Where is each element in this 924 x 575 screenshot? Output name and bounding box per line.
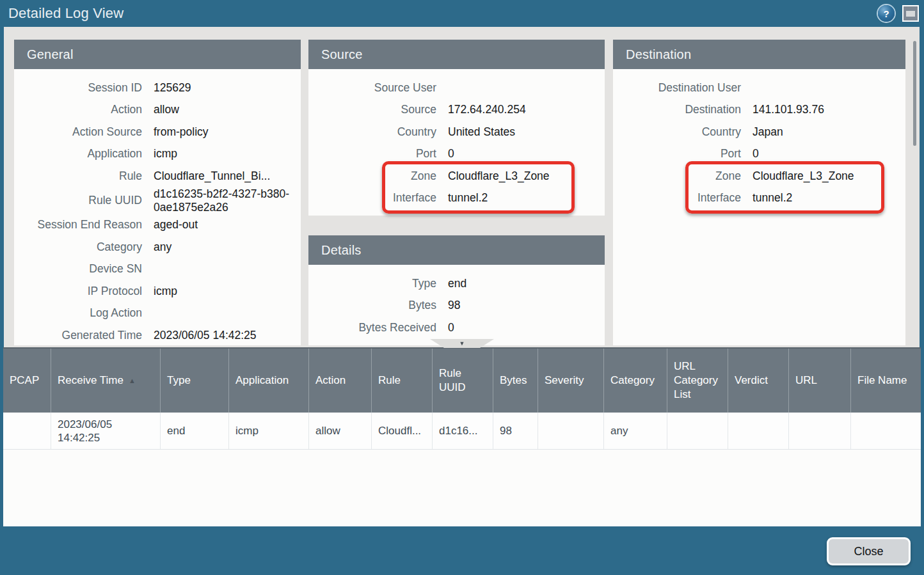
field-value: 0 <box>753 147 905 161</box>
column-header-label: PCAP <box>10 374 39 388</box>
table-cell <box>789 413 851 449</box>
field-row: Bytes Received0 <box>308 317 605 339</box>
field-label: IP Protocol <box>14 285 142 298</box>
column-header-rule-uuid[interactable]: Rule UUID <box>433 349 493 413</box>
field-row: Applicationicmp <box>14 143 301 166</box>
column-header-application[interactable]: Application <box>229 349 309 413</box>
column-header-category[interactable]: Category <box>604 349 667 413</box>
column-header-label: Rule UUID <box>439 366 489 395</box>
field-value: 98 <box>448 299 605 312</box>
column-header-pcap[interactable]: PCAP <box>3 349 51 413</box>
window-icon-pane <box>906 11 915 17</box>
field-label: Log Action <box>14 306 142 320</box>
column-header-action[interactable]: Action <box>309 349 372 413</box>
field-label: Zone <box>308 169 436 183</box>
field-row: Interfacetunnel.2 <box>613 187 905 210</box>
field-row: Interfacetunnel.2 <box>308 187 605 210</box>
close-button[interactable]: Close <box>827 537 911 565</box>
field-row: Rule UUIDd1c16235-b2f2-4327-b380-0ae1875… <box>14 187 301 214</box>
field-row: Source172.64.240.254 <box>308 99 605 122</box>
field-label: Rule UUID <box>14 194 142 207</box>
field-label: Country <box>613 125 741 139</box>
field-row: CountryJapan <box>613 121 905 143</box>
table-row[interactable]: 2023/06/05 14:42:25endicmpallowCloudfl..… <box>3 413 921 450</box>
column-header-label: Type <box>167 374 191 388</box>
field-value: 2023/06/05 14:42:25 <box>154 329 301 342</box>
column-header-receive-time[interactable]: Receive Time▲ <box>51 349 161 413</box>
field-label: Session ID <box>14 81 142 95</box>
field-label: Port <box>613 147 741 161</box>
column-header-rule[interactable]: Rule <box>372 349 433 413</box>
panel-general-body: Session ID125629ActionallowAction Source… <box>14 69 301 345</box>
field-row: Session End Reasonaged-out <box>14 214 301 237</box>
window-maximize-icon[interactable] <box>902 5 919 22</box>
table-cell <box>851 413 921 449</box>
field-label: Source <box>308 103 436 116</box>
field-value: 172.64.240.254 <box>448 103 605 116</box>
titlebar: Detailed Log View ? <box>0 0 924 27</box>
field-label: Application <box>14 147 142 161</box>
field-value: Cloudflare_L3_Zone <box>448 169 605 183</box>
field-label: Source User <box>308 81 436 95</box>
field-label: Destination <box>613 103 741 116</box>
column-header-label: Bytes <box>500 374 527 388</box>
column-header-type[interactable]: Type <box>161 349 229 413</box>
field-label: Type <box>308 277 436 290</box>
field-row: Actionallow <box>14 99 301 122</box>
column-header-label: Application <box>235 374 289 388</box>
help-icon[interactable]: ? <box>878 5 895 22</box>
column-header-severity[interactable]: Severity <box>538 349 604 413</box>
field-row: Log Action <box>14 303 301 325</box>
column-header-label: Category <box>610 374 655 388</box>
field-row: Device SN <box>14 258 301 281</box>
panel-destination: Destination Destination UserDestination1… <box>613 40 905 345</box>
field-value: 141.101.93.76 <box>753 103 905 116</box>
field-value: any <box>154 240 301 254</box>
question-glyph: ? <box>883 8 889 19</box>
table-cell: 98 <box>493 413 538 449</box>
window-icon-frame <box>904 6 918 20</box>
field-value: d1c16235-b2f2-4327-b380-0ae1875e2a26 <box>154 187 301 214</box>
column-header-bytes[interactable]: Bytes <box>493 349 538 413</box>
chevron-down-icon: ▼ <box>459 341 465 347</box>
table-cell <box>728 413 789 449</box>
column-header-verdict[interactable]: Verdict <box>728 349 789 413</box>
column-header-file-name[interactable]: File Name <box>851 349 921 413</box>
field-value: tunnel.2 <box>753 191 905 205</box>
panel-general: General Session ID125629ActionallowActio… <box>14 40 301 345</box>
column-header-label: Receive Time <box>58 374 123 388</box>
field-value: 0 <box>448 147 605 161</box>
log-table: PCAPReceive Time▲TypeApplicationActionRu… <box>3 347 921 526</box>
panel-details: Details TypeendBytes98Bytes Received0 <box>308 235 605 345</box>
field-value: Cloudflare_L3_Zone <box>753 169 905 183</box>
field-label: Port <box>308 147 436 161</box>
field-value: tunnel.2 <box>448 191 605 205</box>
vertical-scrollbar-thumb[interactable] <box>913 41 916 146</box>
panel-source-body: Source UserSource172.64.240.254CountryUn… <box>308 69 605 209</box>
detailed-log-view-dialog: Detailed Log View ? General Session ID12… <box>0 0 924 575</box>
column-header-label: URL Category List <box>674 359 724 402</box>
column-header-url-category-list[interactable]: URL Category List <box>667 349 728 413</box>
field-row: Destination User <box>613 77 905 99</box>
column-header-label: Rule <box>378 374 401 388</box>
field-value: icmp <box>154 147 301 161</box>
field-label: Zone <box>613 169 741 183</box>
table-cell <box>3 413 51 449</box>
field-value: aged-out <box>154 218 301 232</box>
panel-source: Source Source UserSource172.64.240.254Co… <box>308 40 605 216</box>
field-label: Action <box>14 103 142 116</box>
panel-details-body: TypeendBytes98Bytes Received0 <box>308 265 605 339</box>
column-header-url[interactable]: URL <box>789 349 851 413</box>
field-row: Destination141.101.93.76 <box>613 99 905 122</box>
field-row: CountryUnited States <box>308 121 605 143</box>
table-cell: d1c16... <box>433 413 493 449</box>
field-value: allow <box>154 103 301 116</box>
table-cell: allow <box>309 413 372 449</box>
field-label: Country <box>308 125 436 139</box>
column-header-label: Severity <box>545 374 584 388</box>
field-value: 0 <box>448 321 605 335</box>
field-row: Bytes98 <box>308 295 605 317</box>
field-label: Rule <box>14 169 142 183</box>
field-label: Interface <box>613 191 741 205</box>
table-cell <box>538 413 604 449</box>
